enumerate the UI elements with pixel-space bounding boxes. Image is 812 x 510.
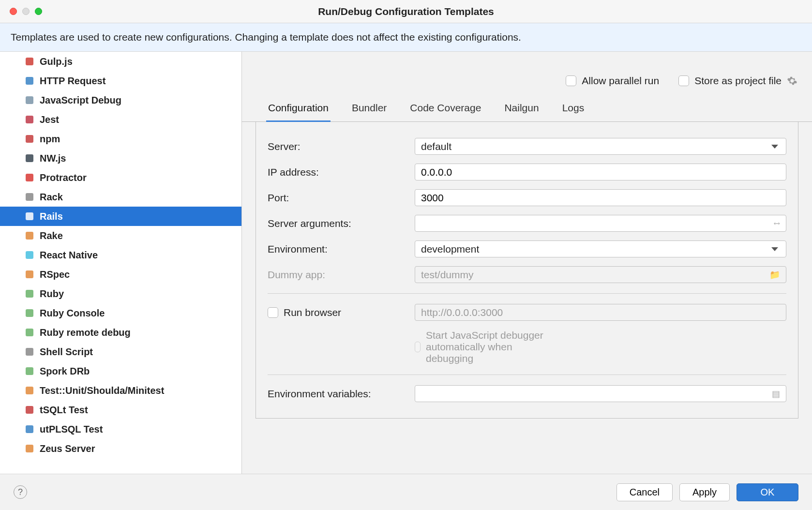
footer-buttons: Cancel Apply OK — [617, 483, 798, 501]
port-label: Port: — [268, 192, 407, 204]
tab-bundler[interactable]: Bundler — [350, 102, 389, 121]
checkbox-icon — [678, 75, 689, 86]
svg-rect-3 — [26, 116, 33, 123]
server-dropdown[interactable]: default — [415, 138, 786, 155]
server-args-input[interactable]: ⤢ — [415, 215, 786, 232]
tab-configuration[interactable]: Configuration — [266, 102, 331, 122]
sidebar-item-jsdebug[interactable]: JavaScript Debug — [0, 90, 241, 110]
svg-rect-5 — [26, 154, 33, 162]
sidebar-item-rails[interactable]: Rails — [0, 207, 241, 226]
sidebar-item-label: npm — [40, 134, 60, 145]
svg-rect-12 — [26, 290, 33, 298]
sidebar-item-label: RSpec — [40, 269, 70, 280]
port-input-field[interactable] — [421, 192, 780, 204]
store-as-project-file-checkbox[interactable]: Store as project file — [678, 75, 797, 87]
sidebar-item-jest[interactable]: Jest — [0, 110, 241, 129]
start-js-debugger-label: Start JavaScript debugger automatically … — [426, 330, 554, 364]
tab-nailgun[interactable]: Nailgun — [502, 102, 541, 121]
run-browser-url-input: http://0.0.0.0:3000 — [415, 304, 786, 321]
env-vars-input[interactable]: ▤ — [415, 385, 786, 402]
server-label: Server: — [268, 141, 407, 152]
server-args-field[interactable] — [421, 218, 774, 229]
sidebar-item-label: Zeus Server — [40, 443, 95, 454]
gear-icon[interactable] — [787, 75, 797, 86]
zeus-icon — [24, 443, 35, 454]
sidebar-item-label: Ruby Console — [40, 308, 105, 319]
server-args-label: Server arguments: — [268, 218, 407, 229]
info-banner: Templates are used to create new configu… — [0, 23, 812, 52]
svg-rect-0 — [26, 58, 33, 65]
protractor-icon — [24, 172, 35, 183]
rspec-icon — [24, 269, 35, 280]
cancel-button[interactable]: Cancel — [617, 483, 673, 501]
sidebar-item-gulp[interactable]: Gulp.js — [0, 52, 241, 71]
ok-button[interactable]: OK — [737, 483, 798, 501]
sidebar-item-rubyremote[interactable]: Ruby remote debug — [0, 323, 241, 342]
svg-rect-16 — [26, 367, 33, 375]
ip-input[interactable] — [415, 164, 786, 180]
sidebar-item-label: Rake — [40, 230, 63, 241]
sidebar-item-utplsql[interactable]: utPLSQL Test — [0, 420, 241, 439]
sidebar-item-label: tSQLt Test — [40, 405, 88, 416]
sidebar-item-react[interactable]: React Native — [0, 245, 241, 265]
server-value: default — [421, 141, 451, 152]
sidebar-item-label: Ruby — [40, 288, 64, 300]
sidebar-item-zeus[interactable]: Zeus Server — [0, 439, 241, 458]
start-js-debugger-checkbox: Start JavaScript debugger automatically … — [415, 330, 554, 364]
run-browser-label: Run browser — [284, 307, 341, 318]
sidebar-item-ruby[interactable]: Ruby — [0, 284, 241, 303]
folder-icon: 📁 — [769, 270, 780, 280]
rake-icon — [24, 230, 35, 241]
chevron-down-icon — [771, 145, 778, 149]
sidebar-item-label: Ruby remote debug — [40, 327, 131, 338]
sidebar-item-shell[interactable]: Shell Script — [0, 342, 241, 361]
sidebar-item-label: Rack — [40, 192, 63, 203]
dialog-footer: ? Cancel Apply OK — [0, 474, 812, 510]
svg-rect-19 — [26, 425, 33, 433]
list-icon[interactable]: ▤ — [772, 389, 780, 399]
apply-button[interactable]: Apply — [679, 483, 730, 501]
sidebar-item-npm[interactable]: npm — [0, 129, 241, 149]
sidebar-item-api[interactable]: HTTP Request — [0, 71, 241, 90]
allow-parallel-run-checkbox[interactable]: Allow parallel run — [566, 75, 659, 87]
ruby-icon — [24, 288, 35, 299]
tab-code-coverage[interactable]: Code Coverage — [408, 102, 483, 121]
help-button[interactable]: ? — [14, 485, 27, 499]
sidebar-item-label: Rails — [40, 211, 63, 222]
sidebar-item-label: React Native — [40, 250, 98, 261]
sidebar-item-label: Protractor — [40, 172, 87, 183]
env-vars-field[interactable] — [421, 388, 772, 400]
dialog-body: Gulp.jsHTTP RequestJavaScript DebugJestn… — [0, 52, 812, 474]
tab-logs[interactable]: Logs — [560, 102, 586, 121]
svg-rect-18 — [26, 406, 33, 414]
svg-rect-8 — [26, 212, 33, 220]
jsdebug-icon — [24, 95, 35, 105]
run-browser-checkbox[interactable]: Run browser — [268, 307, 407, 318]
api-icon — [24, 75, 35, 86]
sidebar-item-rake[interactable]: Rake — [0, 226, 241, 245]
sidebar-item-test[interactable]: Test::Unit/Shoulda/Minitest — [0, 381, 241, 400]
rack-icon — [24, 192, 35, 202]
tsqlt-icon — [24, 405, 35, 415]
sidebar-item-tsqlt[interactable]: tSQLt Test — [0, 400, 241, 420]
sidebar-item-rack[interactable]: Rack — [0, 187, 241, 207]
port-input[interactable] — [415, 189, 786, 206]
sidebar-item-rspec[interactable]: RSpec — [0, 265, 241, 284]
sidebar-item-label: Shell Script — [40, 346, 93, 358]
chevron-down-icon — [771, 247, 778, 251]
react-icon — [24, 250, 35, 260]
main-panel: Allow parallel run Store as project file… — [242, 52, 812, 474]
template-list[interactable]: Gulp.jsHTTP RequestJavaScript DebugJestn… — [0, 52, 242, 474]
allow-parallel-run-label: Allow parallel run — [582, 75, 659, 87]
shell-icon — [24, 346, 35, 357]
sidebar-item-nw[interactable]: NW.js — [0, 149, 241, 168]
ip-input-field[interactable] — [421, 166, 780, 178]
sidebar-item-protractor[interactable]: Protractor — [0, 168, 241, 187]
environment-dropdown[interactable]: development — [415, 240, 786, 257]
jest-icon — [24, 114, 35, 125]
sidebar-item-rubyconsole[interactable]: Ruby Console — [0, 303, 241, 323]
tabs: ConfigurationBundlerCode CoverageNailgun… — [242, 87, 812, 122]
sidebar-item-label: Spork DRb — [40, 366, 90, 377]
sidebar-item-spork[interactable]: Spork DRb — [0, 361, 241, 381]
divider — [268, 293, 786, 294]
